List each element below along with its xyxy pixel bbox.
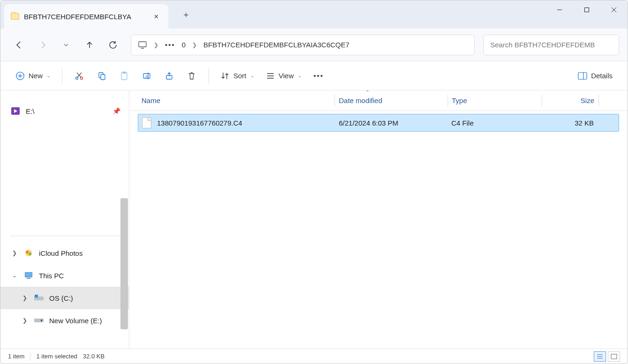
chevron-right-icon[interactable]: ❯ bbox=[154, 42, 158, 48]
maximize-button[interactable] bbox=[573, 0, 600, 19]
svg-rect-4 bbox=[139, 42, 146, 47]
window-controls bbox=[546, 0, 628, 19]
sidebar-label: New Volume (E:) bbox=[49, 317, 102, 325]
tab-active[interactable]: BFBTH7CEHDFEFDEMBFCLBYA ✕ bbox=[4, 4, 168, 29]
svg-rect-15 bbox=[121, 73, 127, 80]
svg-point-30 bbox=[29, 253, 31, 255]
sidebar-item-this-pc[interactable]: ⌄ This PC bbox=[0, 264, 129, 287]
column-name[interactable]: Name bbox=[138, 90, 335, 111]
column-type[interactable]: Type bbox=[448, 90, 542, 111]
view-icon bbox=[266, 71, 275, 81]
file-row[interactable]: 1380790193167760279.C4 6/21/2024 6:03 PM… bbox=[138, 114, 619, 132]
search-input[interactable]: Search BFBTH7CEHDFEFDEMB bbox=[483, 35, 619, 55]
sidebar-item-new-volume[interactable]: ❯ New Volume (E:) bbox=[0, 309, 129, 332]
sidebar-item-drive-e[interactable]: E:\ 📌 bbox=[0, 100, 129, 122]
chevron-down-icon[interactable]: ⌄ bbox=[11, 272, 18, 279]
up-button[interactable] bbox=[79, 35, 100, 55]
sidebar-label: iCloud Photos bbox=[39, 249, 82, 257]
copy-button[interactable] bbox=[91, 67, 112, 85]
details-view-toggle[interactable] bbox=[594, 351, 606, 362]
drive-icon bbox=[34, 294, 44, 302]
svg-text:A: A bbox=[145, 74, 148, 78]
new-tab-button[interactable]: ＋ bbox=[177, 5, 195, 24]
status-bar: 1 item 1 item selected 32.0 KB bbox=[0, 349, 628, 364]
svg-rect-37 bbox=[41, 319, 42, 321]
scrollbar[interactable] bbox=[120, 198, 128, 329]
plus-circle-icon bbox=[15, 71, 25, 81]
status-size: 32.0 KB bbox=[83, 353, 105, 360]
recent-locations-button[interactable] bbox=[56, 35, 76, 55]
svg-rect-41 bbox=[611, 354, 617, 359]
column-size[interactable]: Size bbox=[542, 90, 598, 111]
pc-icon bbox=[24, 271, 33, 280]
pc-icon bbox=[138, 41, 147, 49]
paste-button[interactable] bbox=[114, 67, 135, 85]
status-count: 1 item bbox=[8, 353, 24, 360]
chevron-down-icon: ⌄ bbox=[46, 73, 51, 79]
titlebar: BFBTH7CEHDFEFDEMBFCLBYA ✕ ＋ bbox=[0, 0, 628, 29]
folder-icon bbox=[11, 13, 19, 20]
chevron-right-icon[interactable]: ❯ bbox=[11, 250, 18, 256]
divider bbox=[10, 236, 120, 236]
close-window-button[interactable] bbox=[600, 0, 628, 19]
svg-rect-14 bbox=[101, 74, 105, 80]
sort-button[interactable]: Sort ⌄ bbox=[216, 67, 259, 85]
chevron-right-icon[interactable]: ❯ bbox=[21, 317, 29, 324]
share-button[interactable] bbox=[159, 67, 179, 85]
new-label: New bbox=[29, 72, 43, 80]
sidebar-label: E:\ bbox=[26, 107, 34, 115]
rename-button[interactable]: A bbox=[136, 67, 157, 85]
breadcrumb-more[interactable]: ••• bbox=[165, 41, 175, 49]
details-pane-button[interactable]: Details bbox=[573, 67, 617, 85]
status-selected: 1 item selected bbox=[36, 353, 77, 360]
svg-rect-24 bbox=[578, 72, 587, 79]
sidebar-item-icloud[interactable]: ❯ iCloud Photos bbox=[0, 242, 129, 264]
main-area: E:\ 📌 ❯ iCloud Photos ⌄ This PC ❯ OS (C:… bbox=[0, 90, 628, 349]
new-button[interactable]: New ⌄ bbox=[11, 67, 55, 85]
refresh-button[interactable] bbox=[103, 35, 123, 55]
view-toggles bbox=[594, 351, 620, 362]
breadcrumb-folder[interactable]: BFBTH7CEHDFEFDEMBFCLBYAIA3C6CQE7 bbox=[203, 41, 349, 49]
navigation-pane: E:\ 📌 ❯ iCloud Photos ⌄ This PC ❯ OS (C:… bbox=[0, 90, 129, 349]
sort-label: Sort bbox=[233, 72, 247, 80]
nav-row: ❯ ••• 0 ❯ BFBTH7CEHDFEFDEMBFCLBYAIA3C6CQ… bbox=[0, 29, 628, 61]
svg-point-9 bbox=[76, 77, 78, 79]
svg-line-11 bbox=[77, 73, 82, 77]
content-area: ⌃ Name Date modified Type Size 138079019… bbox=[129, 90, 628, 349]
breadcrumb-root[interactable]: 0 bbox=[182, 41, 186, 49]
chevron-right-icon[interactable]: ❯ bbox=[192, 42, 197, 48]
chevron-down-icon: ⌄ bbox=[298, 73, 302, 79]
forward-button[interactable] bbox=[32, 35, 53, 55]
more-button[interactable]: ••• bbox=[308, 67, 329, 85]
sort-icon bbox=[220, 71, 230, 81]
column-date[interactable]: Date modified bbox=[335, 90, 448, 111]
svg-point-10 bbox=[81, 77, 83, 79]
details-icon bbox=[578, 71, 587, 81]
search-placeholder: Search BFBTH7CEHDFEFDEMB bbox=[490, 41, 595, 49]
thumbnail-view-toggle[interactable] bbox=[608, 351, 620, 362]
view-label: View bbox=[279, 72, 294, 80]
svg-rect-35 bbox=[35, 295, 38, 297]
delete-button[interactable] bbox=[181, 67, 202, 85]
back-button[interactable] bbox=[9, 35, 30, 55]
details-label: Details bbox=[591, 72, 613, 80]
minimize-button[interactable] bbox=[546, 0, 573, 19]
sidebar-item-os-c[interactable]: ❯ OS (C:) bbox=[0, 287, 129, 309]
svg-point-29 bbox=[26, 251, 29, 253]
chevron-right-icon[interactable]: ❯ bbox=[21, 295, 29, 301]
tab-close-button[interactable]: ✕ bbox=[150, 11, 162, 22]
file-size: 32 KB bbox=[541, 119, 598, 127]
svg-rect-33 bbox=[27, 278, 30, 279]
file-icon bbox=[142, 117, 151, 128]
svg-rect-1 bbox=[585, 8, 589, 12]
svg-line-12 bbox=[77, 73, 81, 77]
sort-indicator-icon: ⌃ bbox=[366, 90, 369, 95]
view-button[interactable]: View ⌄ bbox=[261, 67, 307, 85]
file-date: 6/21/2024 6:03 PM bbox=[335, 119, 448, 127]
address-bar[interactable]: ❯ ••• 0 ❯ BFBTH7CEHDFEFDEMBFCLBYAIA3C6CQ… bbox=[131, 35, 475, 55]
cut-button[interactable] bbox=[69, 67, 90, 85]
pin-icon[interactable]: 📌 bbox=[112, 107, 120, 115]
file-list[interactable]: 1380790193167760279.C4 6/21/2024 6:03 PM… bbox=[129, 111, 628, 349]
file-type: C4 File bbox=[448, 119, 541, 127]
column-headers: ⌃ Name Date modified Type Size bbox=[129, 90, 628, 111]
